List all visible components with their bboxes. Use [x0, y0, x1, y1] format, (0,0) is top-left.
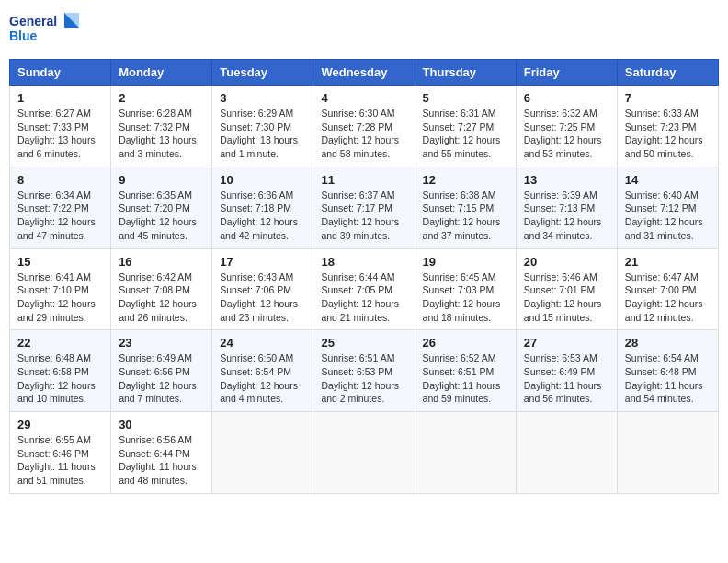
cell-content: Sunrise: 6:51 AMSunset: 6:53 PMDaylight:… — [321, 352, 399, 404]
calendar-cell: 15 Sunrise: 6:41 AMSunset: 7:10 PMDaylig… — [10, 248, 111, 330]
day-number: 12 — [423, 173, 508, 187]
calendar-cell: 4 Sunrise: 6:30 AMSunset: 7:28 PMDayligh… — [313, 86, 415, 167]
calendar-cell: 5 Sunrise: 6:31 AMSunset: 7:27 PMDayligh… — [415, 86, 516, 167]
svg-text:General: General — [9, 14, 57, 29]
header-saturday: Saturday — [617, 60, 718, 86]
page-header: General Blue — [9, 9, 719, 50]
calendar-cell — [516, 412, 617, 494]
cell-content: Sunrise: 6:50 AMSunset: 6:54 PMDaylight:… — [220, 352, 298, 404]
day-number: 18 — [321, 255, 406, 269]
cell-content: Sunrise: 6:42 AMSunset: 7:08 PMDaylight:… — [119, 271, 197, 323]
day-number: 20 — [524, 255, 609, 269]
day-number: 26 — [423, 336, 508, 350]
day-number: 30 — [119, 418, 204, 431]
day-number: 6 — [524, 91, 609, 105]
calendar-week-5: 29 Sunrise: 6:55 AMSunset: 6:46 PMDaylig… — [10, 412, 719, 494]
calendar-cell: 21 Sunrise: 6:47 AMSunset: 7:00 PMDaylig… — [617, 248, 718, 330]
cell-content: Sunrise: 6:44 AMSunset: 7:05 PMDaylight:… — [321, 271, 399, 323]
calendar-cell: 8 Sunrise: 6:34 AMSunset: 7:22 PMDayligh… — [10, 167, 111, 248]
cell-content: Sunrise: 6:45 AMSunset: 7:03 PMDaylight:… — [423, 271, 501, 323]
cell-content: Sunrise: 6:43 AMSunset: 7:06 PMDaylight:… — [220, 271, 298, 323]
cell-content: Sunrise: 6:54 AMSunset: 6:48 PMDaylight:… — [625, 352, 703, 404]
cell-content: Sunrise: 6:30 AMSunset: 7:28 PMDaylight:… — [321, 108, 399, 159]
calendar-cell: 10 Sunrise: 6:36 AMSunset: 7:18 PMDaylig… — [212, 167, 313, 248]
day-number: 17 — [220, 255, 305, 269]
day-number: 5 — [423, 91, 508, 105]
day-number: 15 — [17, 255, 103, 269]
cell-content: Sunrise: 6:32 AMSunset: 7:25 PMDaylight:… — [524, 108, 602, 159]
calendar-cell: 24 Sunrise: 6:50 AMSunset: 6:54 PMDaylig… — [212, 330, 313, 412]
header-thursday: Thursday — [415, 60, 516, 86]
day-number: 4 — [321, 91, 406, 105]
calendar-cell: 7 Sunrise: 6:33 AMSunset: 7:23 PMDayligh… — [617, 86, 718, 167]
day-number: 9 — [119, 173, 204, 187]
day-number: 25 — [321, 336, 406, 350]
calendar-cell: 18 Sunrise: 6:44 AMSunset: 7:05 PMDaylig… — [313, 248, 415, 330]
cell-content: Sunrise: 6:34 AMSunset: 7:22 PMDaylight:… — [17, 190, 96, 241]
cell-content: Sunrise: 6:37 AMSunset: 7:17 PMDaylight:… — [321, 190, 399, 241]
cell-content: Sunrise: 6:46 AMSunset: 7:01 PMDaylight:… — [524, 271, 602, 323]
day-number: 10 — [220, 173, 305, 187]
calendar-cell: 28 Sunrise: 6:54 AMSunset: 6:48 PMDaylig… — [617, 330, 718, 412]
cell-content: Sunrise: 6:53 AMSunset: 6:49 PMDaylight:… — [524, 352, 602, 404]
cell-content: Sunrise: 6:49 AMSunset: 6:56 PMDaylight:… — [119, 352, 197, 404]
header-sunday: Sunday — [10, 60, 111, 86]
logo-svg: General Blue — [9, 9, 83, 50]
calendar-cell: 1 Sunrise: 6:27 AMSunset: 7:33 PMDayligh… — [10, 86, 111, 167]
cell-content: Sunrise: 6:36 AMSunset: 7:18 PMDaylight:… — [220, 190, 298, 241]
calendar-week-4: 22 Sunrise: 6:48 AMSunset: 6:58 PMDaylig… — [10, 330, 719, 412]
calendar-cell: 22 Sunrise: 6:48 AMSunset: 6:58 PMDaylig… — [10, 330, 111, 412]
day-number: 23 — [119, 336, 204, 350]
calendar-table: SundayMondayTuesdayWednesdayThursdayFrid… — [9, 59, 719, 494]
cell-content: Sunrise: 6:56 AMSunset: 6:44 PMDaylight:… — [119, 434, 197, 486]
calendar-cell — [212, 412, 313, 494]
calendar-cell: 29 Sunrise: 6:55 AMSunset: 6:46 PMDaylig… — [10, 412, 111, 494]
logo: General Blue — [9, 9, 83, 50]
cell-content: Sunrise: 6:28 AMSunset: 7:32 PMDaylight:… — [119, 108, 197, 159]
cell-content: Sunrise: 6:48 AMSunset: 6:58 PMDaylight:… — [17, 352, 96, 404]
day-number: 22 — [17, 336, 103, 350]
calendar-cell: 27 Sunrise: 6:53 AMSunset: 6:49 PMDaylig… — [516, 330, 617, 412]
calendar-cell: 25 Sunrise: 6:51 AMSunset: 6:53 PMDaylig… — [313, 330, 415, 412]
calendar-cell — [617, 412, 718, 494]
cell-content: Sunrise: 6:38 AMSunset: 7:15 PMDaylight:… — [423, 190, 501, 241]
svg-text:Blue: Blue — [9, 29, 38, 43]
calendar-week-2: 8 Sunrise: 6:34 AMSunset: 7:22 PMDayligh… — [10, 167, 719, 248]
day-number: 21 — [625, 255, 711, 269]
cell-content: Sunrise: 6:52 AMSunset: 6:51 PMDaylight:… — [423, 352, 501, 404]
header-friday: Friday — [516, 60, 617, 86]
calendar-cell — [313, 412, 415, 494]
day-number: 1 — [17, 91, 103, 105]
header-tuesday: Tuesday — [212, 60, 313, 86]
cell-content: Sunrise: 6:35 AMSunset: 7:20 PMDaylight:… — [119, 190, 197, 241]
calendar-cell: 23 Sunrise: 6:49 AMSunset: 6:56 PMDaylig… — [111, 330, 212, 412]
header-wednesday: Wednesday — [313, 60, 415, 86]
day-number: 27 — [524, 336, 609, 350]
header-monday: Monday — [111, 60, 212, 86]
day-number: 2 — [119, 91, 204, 105]
day-number: 3 — [220, 91, 305, 105]
calendar-cell: 20 Sunrise: 6:46 AMSunset: 7:01 PMDaylig… — [516, 248, 617, 330]
cell-content: Sunrise: 6:55 AMSunset: 6:46 PMDaylight:… — [17, 434, 96, 486]
day-number: 28 — [625, 336, 711, 350]
day-number: 29 — [17, 418, 103, 431]
cell-content: Sunrise: 6:40 AMSunset: 7:12 PMDaylight:… — [625, 190, 703, 241]
calendar-cell: 11 Sunrise: 6:37 AMSunset: 7:17 PMDaylig… — [313, 167, 415, 248]
cell-content: Sunrise: 6:29 AMSunset: 7:30 PMDaylight:… — [220, 108, 298, 159]
day-number: 24 — [220, 336, 305, 350]
calendar-cell: 13 Sunrise: 6:39 AMSunset: 7:13 PMDaylig… — [516, 167, 617, 248]
cell-content: Sunrise: 6:33 AMSunset: 7:23 PMDaylight:… — [625, 108, 703, 159]
day-number: 16 — [119, 255, 204, 269]
calendar-cell: 16 Sunrise: 6:42 AMSunset: 7:08 PMDaylig… — [111, 248, 212, 330]
calendar-cell: 2 Sunrise: 6:28 AMSunset: 7:32 PMDayligh… — [111, 86, 212, 167]
cell-content: Sunrise: 6:47 AMSunset: 7:00 PMDaylight:… — [625, 271, 703, 323]
day-number: 19 — [423, 255, 508, 269]
calendar-cell — [415, 412, 516, 494]
calendar-cell: 30 Sunrise: 6:56 AMSunset: 6:44 PMDaylig… — [111, 412, 212, 494]
day-number: 7 — [625, 91, 711, 105]
day-number: 11 — [321, 173, 406, 187]
calendar-cell: 17 Sunrise: 6:43 AMSunset: 7:06 PMDaylig… — [212, 248, 313, 330]
day-number: 13 — [524, 173, 609, 187]
calendar-cell: 9 Sunrise: 6:35 AMSunset: 7:20 PMDayligh… — [111, 167, 212, 248]
calendar-cell: 26 Sunrise: 6:52 AMSunset: 6:51 PMDaylig… — [415, 330, 516, 412]
